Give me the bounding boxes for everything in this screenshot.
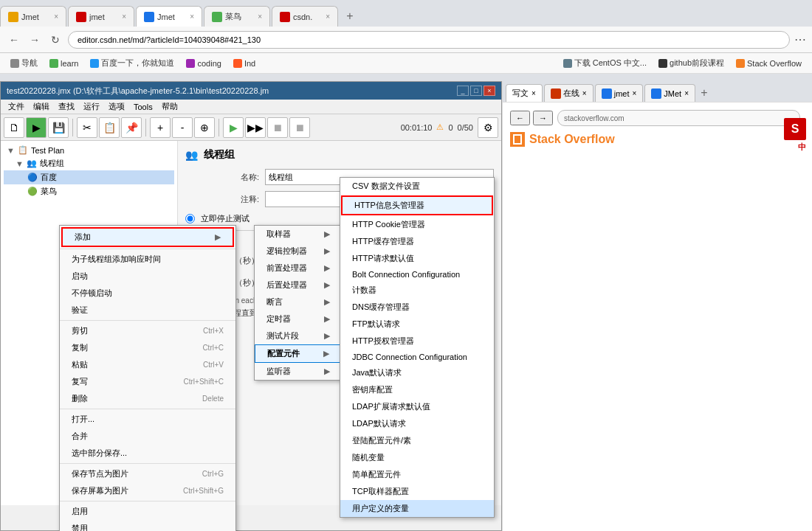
submenu2-http-header[interactable]: HTTP信息头管理器 bbox=[341, 195, 493, 215]
menu-options[interactable]: 选项 bbox=[104, 100, 129, 114]
submenu2-random-variable[interactable]: 随机变量 bbox=[340, 449, 494, 466]
right-forward-btn[interactable]: → bbox=[533, 111, 553, 125]
right-tab-xiewen-close[interactable]: × bbox=[531, 89, 536, 97]
submenu2-jdbc[interactable]: JDBC Connection Configuration bbox=[340, 350, 494, 364]
toolbar-save[interactable]: 💾 bbox=[48, 117, 69, 138]
ctx-item-save-node-img[interactable]: 保存节点为图片 Ctrl+G bbox=[60, 465, 235, 482]
submenu2-ldap-extended[interactable]: LDAP扩展请求默认值 bbox=[340, 398, 494, 415]
menu-file[interactable]: 文件 bbox=[4, 100, 29, 114]
submenu2-ldap-defaults[interactable]: LDAP默认请求 bbox=[340, 415, 494, 432]
ctx-item-start-nopause[interactable]: 不停顿启动 bbox=[60, 285, 235, 302]
submenu1-post-processors[interactable]: 后置处理器 ▶ bbox=[255, 277, 342, 294]
toolbar-shutdown[interactable]: ⏹ bbox=[289, 117, 310, 138]
ctx-item-copy[interactable]: 复制 Ctrl+C bbox=[60, 339, 235, 356]
ctx-item-merge[interactable]: 合并 bbox=[60, 428, 235, 445]
submenu1-logic[interactable]: 逻辑控制器 ▶ bbox=[255, 243, 342, 260]
right-tab-new[interactable]: + bbox=[695, 84, 713, 102]
tree-node-baidu[interactable]: 🔵 百度 bbox=[4, 170, 174, 184]
right-tab-xiewen[interactable]: 写文 × bbox=[506, 84, 543, 102]
right-tab-online[interactable]: 在线 × bbox=[544, 84, 593, 102]
submenu1-listeners[interactable]: 监听器 ▶ bbox=[255, 363, 342, 380]
submenu1-pre-processors[interactable]: 前置处理器 ▶ bbox=[255, 260, 342, 277]
ctx-item-save-selection[interactable]: 选中部分保存... bbox=[60, 445, 235, 462]
right-tab-jmet2[interactable]: jmet × bbox=[595, 84, 644, 102]
ctx-item-add[interactable]: 添加 ▶ bbox=[61, 227, 234, 247]
submenu2-java-defaults[interactable]: Java默认请求 bbox=[340, 364, 494, 381]
submenu1-timers[interactable]: 定时器 ▶ bbox=[255, 310, 342, 327]
ctx-item-duplicate[interactable]: 复写 Ctrl+Shift+C bbox=[60, 373, 235, 390]
close-button[interactable]: × bbox=[484, 86, 495, 96]
submenu2-tcp-sampler[interactable]: TCP取样器配置 bbox=[340, 483, 494, 500]
ctx-item-open[interactable]: 打开... bbox=[60, 411, 235, 428]
submenu2-user-defined[interactable]: 用户定义的变量 bbox=[340, 500, 494, 517]
submenu1-config-elements[interactable]: 配置元件 ▶ bbox=[255, 344, 342, 363]
minimize-button[interactable]: _ bbox=[457, 86, 469, 96]
submenu2-counter[interactable]: 计数器 bbox=[340, 282, 494, 299]
submenu2-simple-config[interactable]: 简单配置元件 bbox=[340, 466, 494, 483]
ctx-item-start[interactable]: 启动 bbox=[60, 268, 235, 285]
tree-node-caoniao[interactable]: 🟢 菜鸟 bbox=[4, 184, 174, 198]
tab-jmet1[interactable]: Jmet × bbox=[0, 6, 66, 27]
menu-run[interactable]: 运行 bbox=[79, 100, 104, 114]
new-tab-button[interactable]: + bbox=[340, 6, 360, 27]
right-tab-jmet2-close[interactable]: × bbox=[632, 89, 636, 97]
submenu2-bolt[interactable]: Bolt Connection Configuration bbox=[340, 267, 494, 282]
right-back-btn[interactable]: ← bbox=[510, 111, 530, 125]
back-button[interactable]: ← bbox=[6, 32, 22, 48]
right-tab-online-close[interactable]: × bbox=[582, 89, 587, 97]
submenu2-http-cache[interactable]: HTTP缓存管理器 bbox=[340, 233, 494, 250]
submenu1-samplers[interactable]: 取样器 ▶ bbox=[255, 226, 342, 243]
toolbar-expand[interactable]: + bbox=[150, 117, 171, 138]
ctx-item-delete[interactable]: 删除 Delete bbox=[60, 390, 235, 407]
ctx-item-validate[interactable]: 验证 bbox=[60, 302, 235, 319]
tab-close-5[interactable]: × bbox=[326, 13, 330, 21]
right-tab-jmet3-close[interactable]: × bbox=[684, 89, 689, 97]
bookmark-github[interactable]: github前段课程 bbox=[654, 56, 729, 70]
bookmark-ind[interactable]: Ind bbox=[229, 58, 260, 69]
right-tab-jmet3[interactable]: JMet × bbox=[644, 84, 695, 102]
submenu2-dns-cache[interactable]: DNS缓存管理器 bbox=[340, 299, 494, 316]
tab-caoniao[interactable]: 菜鸟 × bbox=[204, 6, 270, 27]
bookmark-nav[interactable]: 导航 bbox=[6, 56, 42, 70]
submenu1-assertions[interactable]: 断言 ▶ bbox=[255, 294, 342, 310]
toolbar-cut[interactable]: ✂ bbox=[77, 117, 97, 138]
toolbar-paste[interactable]: 📌 bbox=[121, 117, 142, 138]
toolbar-new[interactable]: 🗋 bbox=[4, 117, 24, 138]
toolbar-start-nopause[interactable]: ▶▶ bbox=[245, 117, 266, 138]
forward-button[interactable]: → bbox=[27, 32, 43, 48]
tab-close-4[interactable]: × bbox=[258, 13, 262, 21]
tree-node-threadgroup[interactable]: ▼ 👥 线程组 bbox=[4, 156, 174, 170]
ctx-item-save-screen-img[interactable]: 保存屏幕为图片 Ctrl+Shift+G bbox=[60, 482, 235, 499]
tab-close-2[interactable]: × bbox=[122, 13, 126, 21]
submenu2-http-auth[interactable]: HTTP授权管理器 bbox=[340, 333, 494, 350]
tab-close-1[interactable]: × bbox=[54, 13, 58, 21]
bookmark-coding[interactable]: coding bbox=[182, 58, 225, 69]
bookmark-stackoverflow[interactable]: Stack Overflow bbox=[732, 58, 806, 69]
tab-jmet3[interactable]: Jmet × bbox=[136, 6, 202, 27]
bookmark-learn[interactable]: learn bbox=[45, 58, 83, 69]
maximize-button[interactable]: □ bbox=[470, 86, 482, 96]
toolbar-collapse[interactable]: - bbox=[172, 117, 193, 138]
address-input[interactable] bbox=[68, 31, 790, 49]
toolbar-open[interactable]: ▶ bbox=[26, 117, 47, 138]
toolbar-toggle[interactable]: ⊕ bbox=[194, 117, 215, 138]
menu-find[interactable]: 查找 bbox=[54, 100, 79, 114]
tab-close-3[interactable]: × bbox=[190, 13, 194, 21]
tab-jmet2[interactable]: jmet × bbox=[68, 6, 134, 27]
submenu1-test-fragments[interactable]: 测试片段 ▶ bbox=[255, 327, 342, 344]
ctx-item-add-response-time[interactable]: 为子线程组添加响应时间 bbox=[60, 251, 235, 268]
right-address-display[interactable]: stackoverflow.com bbox=[557, 110, 800, 126]
submenu2-csv[interactable]: CSV 数据文件设置 bbox=[340, 178, 494, 195]
bookmark-baidu[interactable]: 百度一下，你就知道 bbox=[86, 56, 179, 70]
extensions-button[interactable]: ⋯ bbox=[794, 32, 806, 46]
ctx-item-paste[interactable]: 粘贴 Ctrl+V bbox=[60, 356, 235, 373]
submenu2-http-defaults[interactable]: HTTP请求默认值 bbox=[340, 250, 494, 267]
tab-csdn[interactable]: csdn. × bbox=[272, 6, 338, 27]
menu-help[interactable]: 帮助 bbox=[157, 100, 182, 114]
submenu2-keystore[interactable]: 密钥库配置 bbox=[340, 381, 494, 398]
menu-edit[interactable]: 编辑 bbox=[29, 100, 54, 114]
ctx-item-cut[interactable]: 剪切 Ctrl+X bbox=[60, 322, 235, 339]
toolbar-settings[interactable]: ⚙ bbox=[478, 117, 498, 138]
refresh-button[interactable]: ↻ bbox=[47, 32, 63, 48]
tree-node-testplan[interactable]: ▼ 📋 Test Plan bbox=[4, 144, 174, 156]
